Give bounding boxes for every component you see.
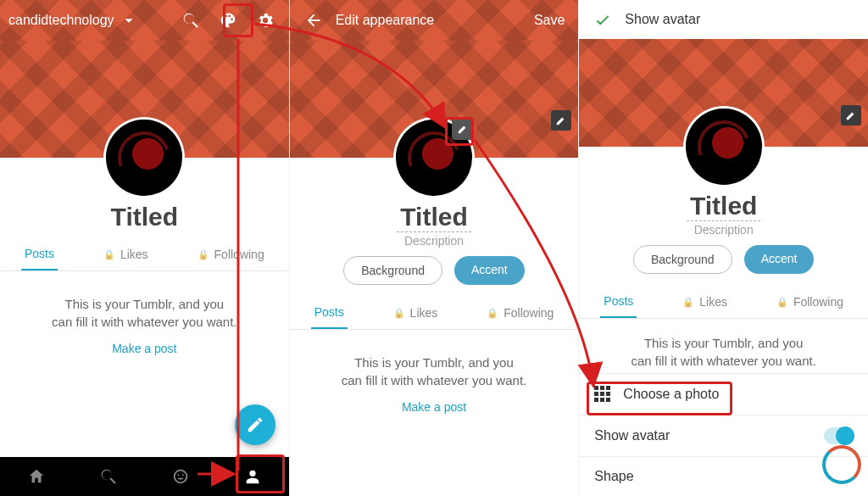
lock-icon: 🔒 xyxy=(198,249,209,260)
tab-posts[interactable]: Posts xyxy=(21,238,58,270)
confirm-button[interactable] xyxy=(587,4,618,35)
pencil-icon xyxy=(845,109,857,121)
pane-show-avatar: Show avatar Titled Description Backgroun… xyxy=(578,0,868,496)
make-post-link[interactable]: Make a post xyxy=(402,400,466,414)
svg-point-0 xyxy=(175,471,187,483)
avatar-sheet: Choose a photo Show avatar Shape xyxy=(579,373,868,496)
pane-profile: candidtechnology Titled Posts 🔒Likes xyxy=(0,0,289,496)
blog-title-editable[interactable]: Titled xyxy=(687,192,760,221)
palette-icon xyxy=(219,11,237,30)
empty-state: This is your Tumblr, and you can fill it… xyxy=(0,271,289,334)
nav-messages[interactable] xyxy=(163,459,198,494)
tab-posts[interactable]: Posts xyxy=(311,297,348,329)
bottom-nav xyxy=(0,457,289,496)
page-title: Show avatar xyxy=(625,12,860,27)
tab-following[interactable]: 🔒Following xyxy=(483,297,557,329)
tab-following[interactable]: 🔒Following xyxy=(773,286,847,318)
pencil-icon xyxy=(457,123,469,135)
search-icon xyxy=(181,11,200,30)
blog-description-editable[interactable]: Description xyxy=(579,223,868,237)
nav-account[interactable] xyxy=(235,459,270,494)
avatar[interactable] xyxy=(686,109,762,185)
blog-title: Titled xyxy=(0,203,289,231)
person-icon xyxy=(243,467,262,486)
profile-topbar: candidtechnology xyxy=(0,0,289,41)
profile-tabs: Posts 🔒Likes 🔒Following xyxy=(290,292,579,330)
home-icon xyxy=(27,467,46,486)
cover-edit-button[interactable] xyxy=(551,110,571,131)
avatar-edit-button[interactable] xyxy=(452,118,474,140)
lock-icon: 🔒 xyxy=(487,308,498,319)
smile-icon xyxy=(171,467,190,486)
save-button[interactable]: Save xyxy=(529,6,570,35)
avatar[interactable] xyxy=(106,120,182,196)
lock-icon: 🔒 xyxy=(103,249,115,260)
svg-point-1 xyxy=(177,474,179,476)
pencil-icon xyxy=(246,415,264,434)
settings-button[interactable] xyxy=(250,5,281,36)
avatar-topbar: Show avatar xyxy=(579,0,868,39)
check-icon xyxy=(593,10,612,29)
background-pill[interactable]: Background xyxy=(343,256,442,285)
cover-edit-button[interactable] xyxy=(841,105,861,125)
chevron-down-icon xyxy=(120,11,138,30)
edit-topbar: Edit appearance Save xyxy=(290,0,579,41)
blog-selector[interactable]: candidtechnology xyxy=(8,11,138,30)
profile-tabs: Posts 🔒Likes 🔒Following xyxy=(0,233,289,271)
empty-state: This is your Tumblr, and you can fill it… xyxy=(290,330,579,393)
tab-likes[interactable]: 🔒Likes xyxy=(100,238,152,270)
accent-pill[interactable]: Accent xyxy=(454,256,525,285)
tab-likes[interactable]: 🔒Likes xyxy=(390,297,442,329)
blog-title-editable[interactable]: Titled xyxy=(397,203,470,232)
profile-header: Titled xyxy=(0,158,289,233)
show-avatar-toggle[interactable] xyxy=(824,427,853,444)
shape-label: Shape xyxy=(594,469,633,484)
lock-icon: 🔒 xyxy=(682,297,694,308)
svg-point-2 xyxy=(182,474,184,476)
appearance-button[interactable] xyxy=(213,5,243,36)
empty-state: This is your Tumblr, and you can fill it… xyxy=(579,319,868,373)
compose-fab[interactable] xyxy=(235,404,275,445)
show-avatar-label: Show avatar xyxy=(594,428,670,443)
back-button[interactable] xyxy=(298,5,329,36)
pencil-icon xyxy=(555,114,567,126)
accent-pill[interactable]: Accent xyxy=(744,245,815,274)
show-avatar-row[interactable]: Show avatar xyxy=(579,415,868,456)
search-button[interactable] xyxy=(175,5,206,36)
watermark-logo xyxy=(822,445,861,484)
choose-photo-label: Choose a photo xyxy=(623,387,719,402)
gear-icon xyxy=(256,11,275,30)
profile-header: Titled Description Background Accent xyxy=(579,147,868,281)
make-post-link[interactable]: Make a post xyxy=(112,342,176,355)
page-title: Edit appearance xyxy=(336,13,522,28)
tab-posts[interactable]: Posts xyxy=(600,286,637,318)
profile-tabs: Posts 🔒Likes 🔒Following xyxy=(579,281,868,319)
background-pill[interactable]: Background xyxy=(633,245,732,274)
lock-icon: 🔒 xyxy=(776,297,788,308)
profile-header: Titled Description Background Accent xyxy=(290,158,579,292)
pane-edit-appearance: Edit appearance Save Titled Description … xyxy=(289,0,579,496)
blog-name: candidtechnology xyxy=(8,13,114,28)
blog-description-editable[interactable]: Description xyxy=(290,234,579,248)
lock-icon: 🔒 xyxy=(393,308,405,319)
nav-home[interactable] xyxy=(19,459,54,494)
grid-icon xyxy=(594,386,611,403)
nav-search[interactable] xyxy=(91,459,126,494)
tab-likes[interactable]: 🔒Likes xyxy=(679,286,731,318)
choose-photo-row[interactable]: Choose a photo xyxy=(579,374,868,415)
arrow-left-icon xyxy=(304,11,323,30)
search-icon xyxy=(99,467,118,486)
tab-following[interactable]: 🔒Following xyxy=(194,238,268,270)
